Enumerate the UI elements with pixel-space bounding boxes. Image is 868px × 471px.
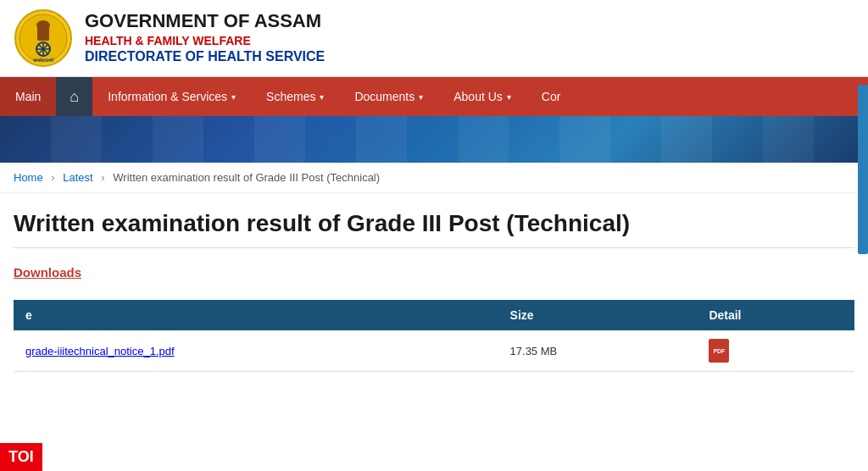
nav-label-schemes: Schemes [266,90,315,103]
svg-point-3 [36,20,50,30]
table-row: grade-iiitechnical_notice_1.pdf 17.35 MB [14,330,854,372]
col-header-size: Size [498,300,698,330]
nav-label-info: Information & Services [108,90,227,103]
svg-text:सत्यमेव जयते: सत्यमेव जयते [32,58,54,63]
scroll-indicator[interactable] [858,85,868,254]
gov-emblem: सत्यमेव जयते [14,8,73,68]
nav-label-documents: Documents [354,90,415,103]
file-name-cell[interactable]: grade-iiitechnical_notice_1.pdf [14,330,498,372]
breadcrumb-sep-2: › [101,171,104,184]
nav-label-main: Main [15,90,41,103]
chevron-down-icon-schemes: ▾ [320,92,324,102]
nav-item-about[interactable]: About Us ▾ [438,77,526,116]
file-link[interactable]: grade-iiitechnical_notice_1.pdf [25,345,175,357]
file-detail-cell[interactable] [697,330,854,372]
nav-item-contact[interactable]: Cor [526,77,576,116]
nav-label-about: About Us [453,90,503,103]
col-header-detail: Detail [697,300,854,330]
main-content: Written examination result of Grade III … [0,193,868,389]
downloads-table: e Size Detail grade-iiitechnical_notice_… [14,300,854,372]
main-navbar: Main ⌂ Information & Services ▾ Schemes … [0,77,868,116]
breadcrumb: Home › Latest › Written examination resu… [0,163,868,193]
nav-item-schemes[interactable]: Schemes ▾ [251,77,339,116]
col-header-name: e [14,300,498,330]
chevron-down-icon-documents: ▾ [419,92,423,102]
downloads-link[interactable]: Downloads [14,265,81,280]
nav-item-home[interactable]: ⌂ [56,77,92,116]
pdf-icon[interactable] [709,339,729,363]
nav-item-info[interactable]: Information & Services ▾ [92,77,251,116]
table-header-row: e Size Detail [14,300,854,330]
header-text-block: GOVERNMENT OF ASSAM HEALTH & FAMILY WELF… [85,10,325,65]
gov-title: GOVERNMENT OF ASSAM [85,10,325,32]
home-icon: ⌂ [70,88,79,106]
breadcrumb-current: Written examination result of Grade III … [113,171,380,184]
breadcrumb-sep-1: › [51,171,54,184]
nav-label-contact: Cor [542,90,561,103]
chevron-down-icon-info: ▾ [231,92,236,102]
chevron-down-icon-about: ▾ [507,92,511,102]
file-size-cell: 17.35 MB [498,330,698,372]
breadcrumb-latest[interactable]: Latest [63,171,92,184]
nav-item-main[interactable]: Main [0,77,56,116]
health-subtitle: HEALTH & FAMILY WELFARE [85,33,325,48]
directorate-title: DIRECTORATE OF HEALTH SERVICE [85,48,325,66]
breadcrumb-home[interactable]: Home [14,171,43,184]
page-title: Written examination result of Grade III … [14,210,854,248]
nav-item-documents[interactable]: Documents ▾ [339,77,438,116]
hero-banner [0,116,868,163]
site-header: सत्यमेव जयते GOVERNMENT OF ASSAM HEALTH … [0,0,868,77]
